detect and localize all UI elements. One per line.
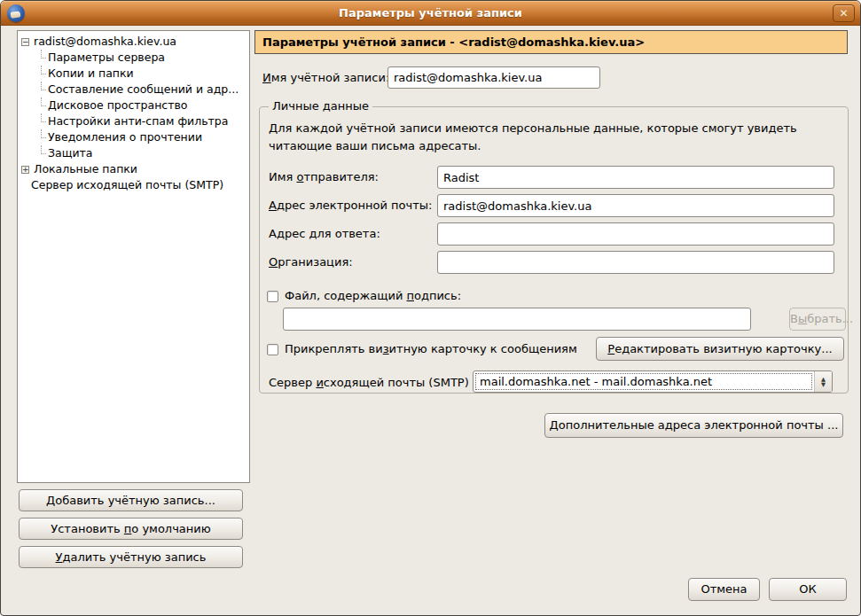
- tree-connector: [41, 50, 46, 58]
- tree-item-copies-folders[interactable]: Копии и папки: [18, 66, 249, 82]
- email-label: Адрес электронной почты:: [269, 199, 432, 212]
- signature-file-label: Файл, содержащий подпись:: [285, 289, 461, 302]
- sender-name-label: Имя отправителя:: [269, 170, 379, 183]
- button-label-mnemonic: Д: [550, 418, 559, 432]
- signature-file-input[interactable]: [283, 308, 751, 331]
- tree-connector: [41, 82, 46, 90]
- button-label: о умолчанию: [131, 522, 210, 535]
- tree-item-composition[interactable]: Составление сообщений и адр...: [18, 82, 249, 97]
- collapse-icon[interactable]: −: [21, 38, 29, 46]
- window-titlebar[interactable]: Параметры учётной записи ✕: [1, 1, 860, 26]
- organization-label: Организация:: [269, 255, 353, 269]
- tree-item-label: Параметры сервера: [48, 50, 165, 66]
- attach-vcard-label: Прикреплять визитную карточку к сообщени…: [285, 342, 577, 355]
- remove-account-button[interactable]: Удалить учётную запись: [19, 546, 243, 568]
- smtp-server-dropdown[interactable]: mail.domashka.net - mail.domashka.net ▲ …: [473, 370, 833, 393]
- tree-connector: [41, 97, 46, 106]
- close-icon[interactable]: ✕: [833, 4, 855, 22]
- tree-item-label: radist@domashka.kiev.ua: [34, 34, 176, 50]
- ok-button[interactable]: ОК: [769, 578, 847, 601]
- tree-item-label: Защита: [48, 145, 93, 161]
- tree-item-label: Настройки анти-спам фильтра: [48, 113, 228, 129]
- tree-item-label: Составление сообщений и адр...: [48, 82, 239, 97]
- organization-input[interactable]: [437, 251, 834, 274]
- cancel-button[interactable]: Отмена: [688, 578, 760, 601]
- email-input[interactable]: [437, 194, 834, 217]
- account-settings-dialog: Параметры учётной записи ✕ − radist@doma…: [0, 0, 861, 616]
- tree-item-account-root[interactable]: − radist@domashka.kiev.ua: [18, 34, 249, 50]
- tree-connector: [41, 66, 46, 74]
- tree-item-return-receipts[interactable]: Уведомления о прочтении: [18, 129, 249, 145]
- reply-to-label: Адрес для ответа:: [269, 227, 380, 240]
- button-label: обавить учётную запись...: [55, 494, 215, 507]
- button-label-mnemonic: Р: [607, 342, 614, 355]
- button-label: ополнительные адреса электронной почты .…: [559, 418, 839, 432]
- attach-vcard-checkbox[interactable]: [267, 344, 278, 355]
- dropdown-stepper[interactable]: ▲ ▼: [814, 371, 832, 392]
- tree-item-security[interactable]: Защита: [18, 145, 249, 161]
- tree-connector: [41, 113, 46, 122]
- tree-item-junk-settings[interactable]: Настройки анти-спам фильтра: [18, 113, 249, 129]
- page-title: Параметры учётной записи - <radist@domas…: [254, 30, 848, 54]
- tree-item-label: Копии и папки: [48, 66, 134, 82]
- button-label: Установить: [51, 522, 124, 535]
- button-label: далить учётную запись: [62, 550, 206, 564]
- tree-item-disk-space[interactable]: Дисковое пространство: [18, 97, 249, 113]
- button-label-mnemonic: ы: [798, 312, 807, 325]
- smtp-server-selected-value: mail.domashka.net - mail.domashka.net: [475, 373, 812, 390]
- tree-item-smtp-server[interactable]: Сервер исходящей почты (SMTP): [18, 177, 249, 193]
- button-label-mnemonic: Д: [46, 494, 55, 507]
- tree-item-label: Сервер исходящей почты (SMTP): [31, 177, 223, 193]
- choose-signature-button: Выбрать...: [789, 308, 846, 331]
- tree-item-local-folders[interactable]: + Локальные папки: [18, 161, 249, 177]
- reply-to-input[interactable]: [437, 222, 834, 246]
- personal-data-legend: Личные данные: [269, 99, 372, 113]
- tree-connector: [41, 145, 46, 154]
- button-label: брать...: [807, 312, 853, 325]
- account-name-input[interactable]: [387, 66, 600, 89]
- additional-addresses-button[interactable]: Дополнительные адреса электронной почты …: [544, 413, 843, 438]
- smtp-server-label: Сервер исходящей почты (SMTP): [269, 376, 469, 389]
- tree-item-label: Уведомления о прочтении: [48, 129, 202, 145]
- tree-connector: [41, 129, 46, 138]
- edit-vcard-button[interactable]: Редактировать визитную карточку...: [596, 337, 844, 361]
- account-name-label: Имя учётной записи:: [262, 71, 389, 84]
- window-title: Параметры учётной записи: [1, 1, 860, 26]
- tree-item-label: Дисковое пространство: [48, 97, 187, 113]
- tree-item-label: Локальные папки: [34, 161, 137, 177]
- set-default-account-button[interactable]: Установить по умолчанию: [19, 518, 243, 540]
- expand-icon[interactable]: +: [21, 166, 29, 174]
- sender-name-input[interactable]: [437, 166, 834, 189]
- chevron-down-icon: ▼: [821, 382, 826, 387]
- button-label: В: [790, 312, 798, 325]
- accounts-tree[interactable]: − radist@domashka.kiev.ua Параметры серв…: [17, 30, 250, 483]
- signature-file-checkbox[interactable]: [267, 291, 278, 302]
- personal-data-description: Для каждой учётной записи имеются персон…: [269, 120, 823, 155]
- add-account-button[interactable]: Добавить учётную запись...: [19, 489, 243, 511]
- button-label: едактировать визитную карточку...: [614, 342, 833, 355]
- tree-item-server-settings[interactable]: Параметры сервера: [18, 50, 249, 66]
